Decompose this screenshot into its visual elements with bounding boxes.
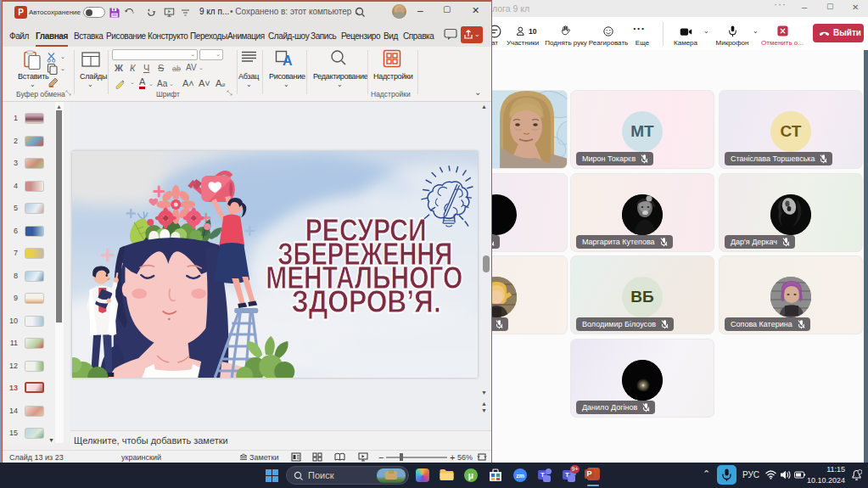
svg-text:ЗДОРОВ’Я.: ЗДОРОВ’Я. (291, 284, 440, 319)
svg-text:A: A (283, 53, 293, 67)
